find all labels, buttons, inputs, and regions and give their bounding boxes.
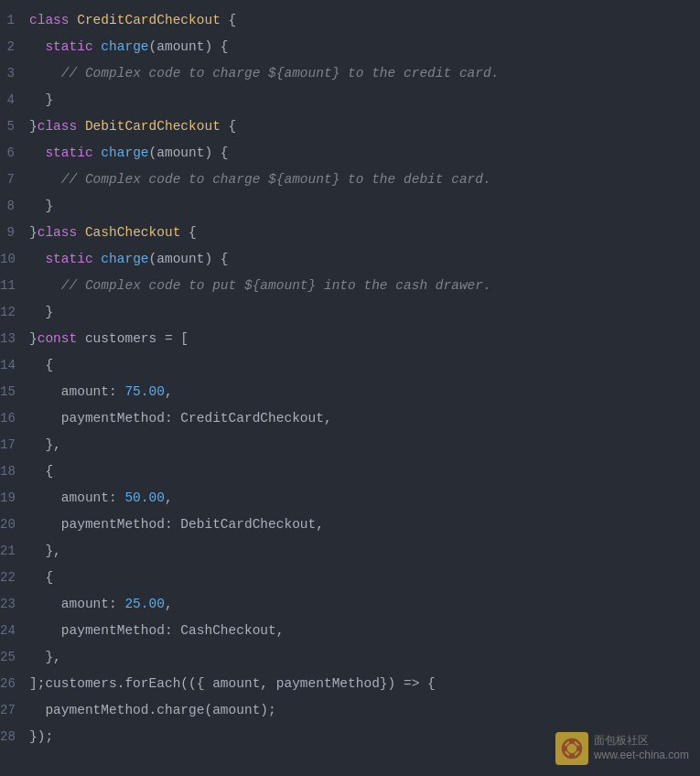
line-number: 14 — [0, 352, 29, 379]
token-punct: } — [29, 119, 38, 134]
code-editor: 1class CreditCardCheckout {2 static char… — [0, 0, 700, 776]
line-content: static charge(amount) { — [29, 34, 229, 60]
line-number: 13 — [0, 326, 29, 352]
token-punct: { — [221, 119, 236, 134]
line-content: class CreditCardCheckout { — [29, 7, 236, 34]
code-line: 20 paymentMethod: DebitCardCheckout, — [0, 512, 700, 538]
line-content: }, — [29, 644, 61, 671]
token-kw: static — [45, 39, 101, 54]
code-line: 27 paymentMethod.charge(amount); — [0, 697, 700, 724]
code-line: 3 // Complex code to charge ${amount} to… — [0, 60, 700, 87]
token-punct: } — [45, 305, 53, 319]
token-plain: }, — [29, 544, 61, 558]
line-number: 6 — [0, 140, 29, 167]
token-plain — [29, 252, 45, 266]
code-line: 10 static charge(amount) { — [0, 246, 700, 273]
line-number: 15 — [0, 379, 29, 405]
code-line: 7 // Complex code to charge ${amount} to… — [0, 167, 700, 193]
token-plain — [29, 172, 61, 187]
code-line: 13}const customers = [ — [0, 326, 700, 352]
line-number: 16 — [0, 405, 29, 432]
line-number: 18 — [0, 458, 29, 485]
code-line: 8 } — [0, 193, 700, 220]
token-fn: charge — [101, 146, 148, 160]
line-content: paymentMethod.charge(amount); — [29, 697, 276, 724]
line-content: } — [29, 299, 53, 326]
token-class-name: DebitCardCheckout — [85, 119, 221, 134]
line-number: 17 — [0, 432, 29, 458]
code-line: 16 paymentMethod: CreditCardCheckout, — [0, 405, 700, 432]
token-kw: static — [45, 252, 101, 266]
line-content: } — [29, 87, 53, 113]
code-line: 12 } — [0, 299, 700, 326]
token-num: 25.00 — [124, 597, 165, 611]
line-number: 25 — [0, 644, 29, 671]
token-plain: paymentMethod: DebitCardCheckout, — [29, 517, 324, 532]
line-number: 19 — [0, 485, 29, 512]
watermark: 面包板社区 www.eet-china.com — [555, 732, 689, 765]
code-line: 2 static charge(amount) { — [0, 34, 700, 60]
line-content: paymentMethod: DebitCardCheckout, — [29, 512, 324, 538]
line-content: // Complex code to put ${amount} into th… — [29, 273, 491, 299]
token-class-name: CreditCardCheckout — [77, 13, 221, 27]
code-line: 1class CreditCardCheckout { — [0, 7, 700, 34]
code-line: 11 // Complex code to put ${amount} into… — [0, 273, 700, 299]
line-content: }, — [29, 432, 61, 458]
token-fn: charge — [101, 39, 148, 54]
code-line: 23 amount: 25.00, — [0, 591, 700, 618]
code-line: 9}class CashCheckout { — [0, 220, 700, 246]
watermark-logo-icon — [555, 732, 588, 765]
token-kw: class — [29, 13, 77, 27]
line-number: 2 — [0, 34, 29, 60]
token-punct: (amount) { — [149, 39, 229, 54]
token-plain: paymentMethod: CreditCardCheckout, — [29, 411, 332, 426]
token-punct: } — [45, 92, 53, 107]
line-number: 26 — [0, 671, 29, 697]
token-plain: amount: — [29, 597, 124, 611]
line-content: static charge(amount) { — [29, 140, 229, 167]
code-line: 24 paymentMethod: CashCheckout, — [0, 618, 700, 644]
token-plain — [29, 278, 61, 293]
code-line: 14 { — [0, 352, 700, 379]
line-number: 22 — [0, 565, 29, 591]
line-content: ];customers.forEach(({ amount, paymentMe… — [29, 671, 436, 697]
token-plain: }, — [29, 650, 61, 664]
code-line: 17 }, — [0, 432, 700, 458]
watermark-url-label: www.eet-china.com — [594, 749, 689, 763]
line-content: amount: 25.00, — [29, 591, 173, 618]
code-line: 21 }, — [0, 538, 700, 565]
line-number: 8 — [0, 193, 29, 220]
token-plain — [29, 39, 45, 54]
line-content: { — [29, 352, 53, 379]
token-plain: { — [29, 358, 53, 372]
code-line: 19 amount: 50.00, — [0, 485, 700, 512]
line-content: }, — [29, 538, 61, 565]
line-number: 11 — [0, 273, 29, 299]
line-number: 4 — [0, 87, 29, 113]
line-number: 27 — [0, 697, 29, 724]
line-content: }class CashCheckout { — [29, 220, 197, 246]
token-comment: // Complex code to charge ${amount} to t… — [61, 66, 500, 81]
line-number: 1 — [0, 7, 29, 34]
token-punct: } — [29, 331, 38, 346]
token-punct: { — [180, 225, 196, 240]
line-content: }class DebitCardCheckout { — [29, 113, 236, 140]
token-punct: (amount) { — [149, 146, 229, 160]
line-number: 7 — [0, 167, 29, 193]
token-plain: }); — [29, 729, 53, 744]
token-plain: amount: — [29, 490, 124, 505]
token-comment: // Complex code to put ${amount} into th… — [61, 278, 491, 293]
code-line: 22 { — [0, 565, 700, 591]
line-number: 10 — [0, 246, 29, 273]
token-fn: charge — [101, 252, 148, 266]
token-plain — [29, 305, 45, 319]
code-line: 25 }, — [0, 644, 700, 671]
line-number: 20 — [0, 512, 29, 538]
line-number: 24 — [0, 618, 29, 644]
line-number: 23 — [0, 591, 29, 618]
line-content: // Complex code to charge ${amount} to t… — [29, 60, 499, 87]
token-plain: paymentMethod.charge(amount); — [29, 703, 276, 717]
token-plain: { — [29, 570, 53, 585]
token-plain: , — [165, 384, 173, 399]
token-plain — [29, 199, 45, 213]
